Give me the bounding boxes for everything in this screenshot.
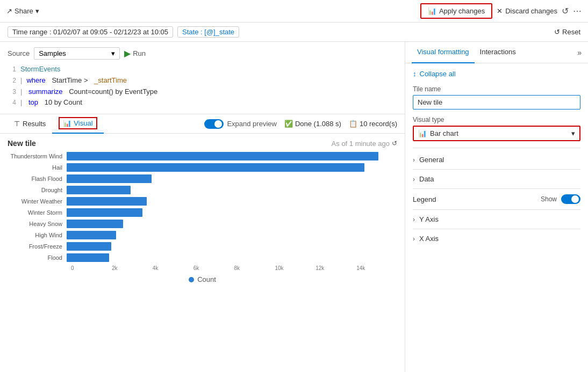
- collapse-icon: ↕: [413, 70, 417, 78]
- x-tick: 0: [71, 265, 112, 271]
- bar-track: [67, 208, 397, 217]
- x-tick: 2k: [112, 265, 153, 271]
- expand-panel-button[interactable]: »: [577, 48, 582, 57]
- query-editor: Source Samples ▾ ▶ Run 1 StormEvents 2 |: [0, 42, 405, 114]
- time-range-filter[interactable]: Time range : 01/02/07 at 09:05 - 02/12/2…: [8, 26, 173, 38]
- x-axis-label: X Axis: [419, 235, 439, 243]
- refresh-chart-button[interactable]: ↺: [392, 140, 397, 147]
- bar-row: Winter Storm: [8, 208, 397, 217]
- share-label: Share: [15, 7, 33, 15]
- done-label: Done (1.088 s): [295, 120, 341, 128]
- show-label: Show: [541, 195, 557, 203]
- collapse-all-button[interactable]: ↕ Collapse all: [413, 70, 456, 78]
- main-content: Source Samples ▾ ▶ Run 1 StormEvents 2 |: [0, 42, 588, 372]
- visual-tab-border: 📊 Visual: [59, 117, 97, 129]
- right-panel-tabs: Visual formatting Interactions »: [405, 42, 588, 63]
- discard-changes-label: Discard changes: [505, 7, 557, 15]
- reset-button[interactable]: ↺ Reset: [554, 28, 580, 36]
- general-section[interactable]: › General: [413, 150, 580, 170]
- bar-track: [67, 220, 397, 228]
- reset-label: Reset: [562, 28, 580, 36]
- top-toolbar: ↗ Share ▾ 📊 Apply changes ✕ Discard chan…: [0, 0, 588, 23]
- bar-row: High Wind: [8, 231, 397, 239]
- tab-visual[interactable]: 📊 Visual: [52, 114, 103, 134]
- refresh-button[interactable]: ↺: [562, 6, 569, 16]
- bar-label: Flash Flood: [8, 176, 67, 182]
- expand-preview-label: Expand preview: [227, 120, 277, 128]
- bar-track: [67, 242, 397, 251]
- bar-track: [67, 174, 397, 183]
- source-value: Samples: [39, 49, 66, 57]
- visual-type-label: Visual type: [413, 116, 580, 123]
- bar-chart-type-icon: 📊: [418, 129, 427, 137]
- x-tick: 4k: [153, 265, 193, 271]
- bar-track: [67, 163, 397, 172]
- chevron-down-icon: ▾: [111, 49, 115, 57]
- run-label: Run: [133, 49, 146, 57]
- discard-changes-button[interactable]: ✕ Discard changes: [497, 7, 557, 15]
- bar-row: Frost/Freeze: [8, 242, 397, 251]
- chart-area: New tile As of 1 minute ago ↺ Thundersto…: [0, 134, 405, 372]
- toolbar-right: 📊 Apply changes ✕ Discard changes ↺ ⋯: [420, 3, 582, 19]
- more-options-button[interactable]: ⋯: [573, 6, 582, 16]
- state-value: [@]_state: [204, 28, 234, 36]
- filter-bar-left: Time range : 01/02/07 at 09:05 - 02/12/2…: [8, 26, 239, 38]
- apply-changes-label: Apply changes: [439, 7, 485, 15]
- visual-type-value: Bar chart: [430, 129, 458, 137]
- tab-visual-formatting[interactable]: Visual formatting: [412, 42, 475, 63]
- legend-toggle[interactable]: [561, 194, 580, 204]
- y-axis-chevron-icon: ›: [413, 216, 415, 223]
- y-axis-section[interactable]: › Y Axis: [413, 210, 580, 229]
- data-section[interactable]: › Data: [413, 170, 580, 189]
- results-tab-label: Results: [23, 120, 46, 128]
- bar-row: Thunderstorm Wind: [8, 152, 397, 161]
- x-axis-chevron-icon: ›: [413, 235, 415, 243]
- bar-fill: [67, 253, 109, 262]
- apply-changes-button[interactable]: 📊 Apply changes: [420, 3, 492, 19]
- bar-fill: [67, 197, 147, 206]
- bar-track: [67, 197, 397, 206]
- bar-row: Hail: [8, 163, 397, 172]
- bar-chart: Thunderstorm Wind Hail Flash Flood Droug…: [8, 152, 397, 271]
- share-icon: ↗: [6, 7, 12, 15]
- chart-header: New tile As of 1 minute ago ↺: [8, 139, 397, 148]
- reset-icon: ↺: [554, 28, 560, 36]
- visual-type-dropdown[interactable]: 📊 Bar chart ▾: [413, 126, 580, 141]
- visual-tab-label: Visual: [74, 119, 92, 127]
- interactions-label: Interactions: [480, 48, 516, 56]
- tile-name-label: Tile name: [413, 85, 580, 93]
- data-label: Data: [419, 175, 434, 183]
- x-tick: 6k: [193, 265, 234, 271]
- x-axis-section[interactable]: › X Axis: [413, 229, 580, 248]
- state-filter[interactable]: State : [@]_state: [177, 26, 239, 38]
- general-label: General: [419, 156, 444, 164]
- tab-results[interactable]: ⊤ Results: [8, 114, 52, 134]
- run-button[interactable]: ▶ Run: [124, 48, 146, 59]
- close-icon: ✕: [497, 7, 503, 15]
- bar-row: Drought: [8, 186, 397, 194]
- y-axis-label: Y Axis: [419, 215, 439, 223]
- tile-name-input[interactable]: [413, 95, 580, 110]
- right-panel: Visual formatting Interactions » ↕ Colla…: [405, 42, 588, 372]
- legend-label: Count: [197, 275, 216, 283]
- tab-interactions[interactable]: Interactions: [475, 42, 521, 63]
- bar-label: Winter Weather: [8, 198, 67, 205]
- code-editor[interactable]: 1 StormEvents 2 | where StartTime > _sta…: [0, 63, 405, 111]
- general-chevron-icon: ›: [413, 156, 415, 164]
- legend-color-dot: [189, 277, 194, 282]
- tabs-row: ⊤ Results 📊 Visual Expand preview ✅ Done…: [0, 114, 405, 134]
- code-line-4: 4 | top 10 by Count: [8, 97, 405, 108]
- chart-title: New tile: [8, 139, 36, 148]
- bar-fill: [67, 152, 378, 161]
- expand-preview-switch[interactable]: [204, 119, 224, 129]
- source-dropdown[interactable]: Samples ▾: [34, 47, 120, 60]
- x-axis: 02k4k6k8k10k12k14k: [8, 265, 397, 271]
- bar-fill: [67, 242, 111, 251]
- share-button[interactable]: ↗ Share ▾: [6, 7, 39, 15]
- check-icon: ✅: [284, 120, 293, 128]
- done-badge: ✅ Done (1.088 s): [284, 120, 341, 128]
- time-range-label: Time range : 01/02/07 at 09:05 - 02/12/2…: [12, 28, 168, 36]
- timestamp-label: As of 1 minute ago: [332, 140, 390, 148]
- table-icon: ⊤: [14, 120, 20, 128]
- expand-preview-toggle: Expand preview: [204, 119, 277, 129]
